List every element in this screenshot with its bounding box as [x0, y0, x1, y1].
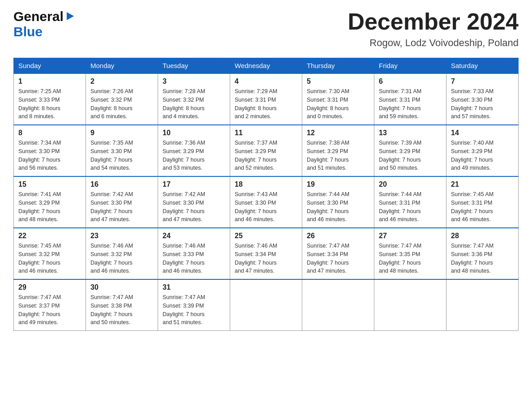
day-number: 6 — [379, 77, 442, 86]
calendar-day-cell: 17 Sunrise: 7:42 AMSunset: 3:30 PMDaylig… — [158, 176, 230, 228]
calendar-day-cell: 22 Sunrise: 7:45 AMSunset: 3:32 PMDaylig… — [14, 228, 86, 279]
day-info: Sunrise: 7:28 AMSunset: 3:32 PMDaylight:… — [163, 87, 225, 121]
title-section: December 2024 Rogow, Lodz Voivodeship, P… — [348, 9, 519, 49]
day-number: 13 — [379, 129, 442, 137]
calendar-day-cell: 10 Sunrise: 7:36 AMSunset: 3:29 PMDaylig… — [158, 125, 230, 176]
day-number: 25 — [235, 232, 297, 240]
calendar-day-cell: 15 Sunrise: 7:41 AMSunset: 3:29 PMDaylig… — [14, 176, 86, 228]
day-number: 30 — [90, 283, 153, 291]
day-info: Sunrise: 7:42 AMSunset: 3:30 PMDaylight:… — [163, 190, 225, 224]
calendar-day-cell: 11 Sunrise: 7:37 AMSunset: 3:29 PMDaylig… — [230, 125, 302, 176]
day-number: 8 — [18, 129, 81, 137]
calendar-table: Sunday Monday Tuesday Wednesday Thursday… — [13, 58, 519, 331]
calendar-day-cell: 26 Sunrise: 7:47 AMSunset: 3:34 PMDaylig… — [302, 228, 374, 279]
col-thursday: Thursday — [302, 58, 374, 74]
day-number: 10 — [163, 129, 225, 137]
day-number: 21 — [451, 180, 514, 188]
col-monday: Monday — [86, 58, 158, 74]
calendar-day-cell: 25 Sunrise: 7:46 AMSunset: 3:34 PMDaylig… — [230, 228, 302, 279]
day-number: 5 — [307, 77, 369, 86]
calendar-day-cell: 24 Sunrise: 7:46 AMSunset: 3:33 PMDaylig… — [158, 228, 230, 279]
day-number: 1 — [18, 77, 81, 86]
calendar-day-cell: 31 Sunrise: 7:47 AMSunset: 3:39 PMDaylig… — [158, 279, 230, 331]
day-info: Sunrise: 7:43 AMSunset: 3:30 PMDaylight:… — [235, 190, 297, 224]
day-info: Sunrise: 7:44 AMSunset: 3:31 PMDaylight:… — [379, 190, 442, 224]
calendar-day-cell: 2 Sunrise: 7:26 AMSunset: 3:32 PMDayligh… — [86, 73, 158, 125]
calendar-day-cell — [302, 279, 374, 331]
day-number: 23 — [90, 232, 153, 240]
day-info: Sunrise: 7:45 AMSunset: 3:32 PMDaylight:… — [18, 242, 81, 275]
calendar-day-cell: 5 Sunrise: 7:30 AMSunset: 3:31 PMDayligh… — [302, 73, 374, 125]
day-number: 27 — [379, 232, 442, 240]
svg-marker-0 — [67, 12, 74, 20]
day-info: Sunrise: 7:47 AMSunset: 3:38 PMDaylight:… — [90, 293, 153, 327]
calendar-day-cell — [446, 279, 519, 331]
day-number: 12 — [307, 129, 369, 137]
day-number: 24 — [163, 232, 225, 240]
day-info: Sunrise: 7:46 AMSunset: 3:32 PMDaylight:… — [90, 242, 153, 275]
calendar-day-cell: 9 Sunrise: 7:35 AMSunset: 3:30 PMDayligh… — [86, 125, 158, 176]
day-number: 15 — [18, 180, 81, 188]
col-tuesday: Tuesday — [158, 58, 230, 74]
calendar-week-row: 8 Sunrise: 7:34 AMSunset: 3:30 PMDayligh… — [14, 125, 519, 176]
calendar-day-cell: 27 Sunrise: 7:47 AMSunset: 3:35 PMDaylig… — [374, 228, 446, 279]
day-number: 16 — [90, 180, 153, 188]
logo-general-text: General — [13, 9, 64, 24]
logo: General Blue — [13, 9, 75, 39]
day-info: Sunrise: 7:37 AMSunset: 3:29 PMDaylight:… — [235, 139, 297, 172]
calendar-day-cell: 3 Sunrise: 7:28 AMSunset: 3:32 PMDayligh… — [158, 73, 230, 125]
day-number: 26 — [307, 232, 369, 240]
day-info: Sunrise: 7:41 AMSunset: 3:29 PMDaylight:… — [18, 190, 81, 224]
day-number: 14 — [451, 129, 514, 137]
day-info: Sunrise: 7:45 AMSunset: 3:31 PMDaylight:… — [451, 190, 514, 224]
day-number: 19 — [307, 180, 369, 188]
day-number: 29 — [18, 283, 81, 291]
day-info: Sunrise: 7:47 AMSunset: 3:34 PMDaylight:… — [307, 242, 369, 275]
day-info: Sunrise: 7:33 AMSunset: 3:30 PMDaylight:… — [451, 87, 514, 121]
calendar-day-cell: 4 Sunrise: 7:29 AMSunset: 3:31 PMDayligh… — [230, 73, 302, 125]
day-number: 4 — [235, 77, 297, 86]
calendar-subtitle: Rogow, Lodz Voivodeship, Poland — [348, 37, 519, 49]
calendar-day-cell: 6 Sunrise: 7:31 AMSunset: 3:31 PMDayligh… — [374, 73, 446, 125]
day-info: Sunrise: 7:47 AMSunset: 3:35 PMDaylight:… — [379, 242, 442, 275]
calendar-week-row: 1 Sunrise: 7:25 AMSunset: 3:33 PMDayligh… — [14, 73, 519, 125]
day-number: 28 — [451, 232, 514, 240]
day-number: 3 — [163, 77, 225, 86]
calendar-day-cell: 28 Sunrise: 7:47 AMSunset: 3:36 PMDaylig… — [446, 228, 519, 279]
day-info: Sunrise: 7:25 AMSunset: 3:33 PMDaylight:… — [18, 87, 81, 121]
calendar-day-cell: 21 Sunrise: 7:45 AMSunset: 3:31 PMDaylig… — [446, 176, 519, 228]
day-number: 9 — [90, 129, 153, 137]
day-info: Sunrise: 7:31 AMSunset: 3:31 PMDaylight:… — [379, 87, 442, 121]
day-info: Sunrise: 7:36 AMSunset: 3:29 PMDaylight:… — [163, 139, 225, 172]
calendar-title: December 2024 — [348, 9, 519, 34]
calendar-day-cell — [374, 279, 446, 331]
calendar-day-cell: 16 Sunrise: 7:42 AMSunset: 3:30 PMDaylig… — [86, 176, 158, 228]
calendar-day-cell: 14 Sunrise: 7:40 AMSunset: 3:29 PMDaylig… — [446, 125, 519, 176]
day-info: Sunrise: 7:40 AMSunset: 3:29 PMDaylight:… — [451, 139, 514, 172]
calendar-day-cell — [230, 279, 302, 331]
calendar-day-cell: 13 Sunrise: 7:39 AMSunset: 3:29 PMDaylig… — [374, 125, 446, 176]
col-sunday: Sunday — [14, 58, 86, 74]
day-info: Sunrise: 7:44 AMSunset: 3:30 PMDaylight:… — [307, 190, 369, 224]
calendar-week-row: 29 Sunrise: 7:47 AMSunset: 3:37 PMDaylig… — [14, 279, 519, 331]
day-info: Sunrise: 7:47 AMSunset: 3:39 PMDaylight:… — [163, 293, 225, 327]
day-number: 2 — [90, 77, 153, 86]
col-wednesday: Wednesday — [230, 58, 302, 74]
calendar-day-cell: 7 Sunrise: 7:33 AMSunset: 3:30 PMDayligh… — [446, 73, 519, 125]
calendar-day-cell: 23 Sunrise: 7:46 AMSunset: 3:32 PMDaylig… — [86, 228, 158, 279]
col-friday: Friday — [374, 58, 446, 74]
calendar-day-cell: 12 Sunrise: 7:38 AMSunset: 3:29 PMDaylig… — [302, 125, 374, 176]
logo-blue-text: Blue — [13, 24, 43, 39]
calendar-day-cell: 8 Sunrise: 7:34 AMSunset: 3:30 PMDayligh… — [14, 125, 86, 176]
calendar-day-cell: 30 Sunrise: 7:47 AMSunset: 3:38 PMDaylig… — [86, 279, 158, 331]
logo-flag-icon — [65, 11, 75, 21]
calendar-day-cell: 1 Sunrise: 7:25 AMSunset: 3:33 PMDayligh… — [14, 73, 86, 125]
calendar-day-cell: 19 Sunrise: 7:44 AMSunset: 3:30 PMDaylig… — [302, 176, 374, 228]
day-info: Sunrise: 7:26 AMSunset: 3:32 PMDaylight:… — [90, 87, 153, 121]
day-number: 7 — [451, 77, 514, 86]
day-info: Sunrise: 7:42 AMSunset: 3:30 PMDaylight:… — [90, 190, 153, 224]
day-number: 17 — [163, 180, 225, 188]
calendar-week-row: 15 Sunrise: 7:41 AMSunset: 3:29 PMDaylig… — [14, 176, 519, 228]
day-number: 11 — [235, 129, 297, 137]
day-info: Sunrise: 7:46 AMSunset: 3:33 PMDaylight:… — [163, 242, 225, 275]
